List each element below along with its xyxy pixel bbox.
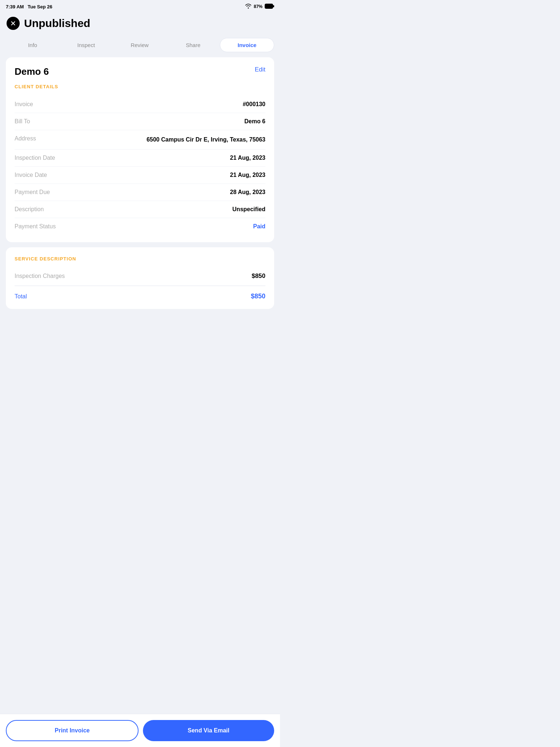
inspection-date-label: Inspection Date (15, 155, 66, 161)
invoice-number: #000130 (66, 101, 265, 108)
tab-invoice[interactable]: Invoice (220, 38, 274, 52)
tab-review[interactable]: Review (113, 38, 167, 52)
battery-icon (265, 4, 274, 10)
status-icons: 87% (245, 4, 274, 10)
page-title: Unpublished (24, 17, 90, 30)
client-name: Demo 6 (15, 66, 49, 77)
payment-due-value: 28 Aug, 2023 (66, 189, 265, 196)
inspection-charges-value: $850 (252, 272, 265, 280)
svg-rect-1 (273, 5, 274, 7)
bill-to-label: Bill To (15, 118, 66, 125)
service-description-card: SERVICE DESCRIPTION Inspection Charges $… (6, 247, 274, 309)
invoice-date-row: Invoice Date 21 Aug, 2023 (15, 167, 265, 184)
inspection-charges-row: Inspection Charges $850 (15, 268, 265, 284)
status-date: Tue Sep 26 (28, 4, 52, 9)
invoice-label: Invoice (15, 101, 66, 108)
header: Unpublished (0, 13, 280, 35)
svg-rect-0 (265, 4, 273, 8)
tab-info[interactable]: Info (6, 38, 59, 52)
wifi-icon (245, 4, 252, 10)
total-row: Total $850 (15, 287, 265, 302)
edit-button[interactable]: Edit (255, 66, 265, 73)
battery-percentage: 87% (254, 4, 262, 9)
card-header: Demo 6 Edit (15, 66, 265, 77)
payment-due-row: Payment Due 28 Aug, 2023 (15, 184, 265, 201)
tab-share[interactable]: Share (166, 38, 220, 52)
address-label: Address (15, 135, 66, 142)
status-bar: 7:39 AM Tue Sep 26 87% (0, 0, 280, 13)
payment-status-label: Payment Status (15, 223, 66, 230)
inspection-charges-label: Inspection Charges (15, 273, 65, 279)
bill-to-value: Demo 6 (66, 118, 265, 125)
inspection-date-row: Inspection Date 21 Aug, 2023 (15, 150, 265, 167)
invoice-date-value: 21 Aug, 2023 (66, 172, 265, 178)
total-value: $850 (251, 293, 265, 300)
address-row: Address 6500 Campus Cir Dr E, Irving, Te… (15, 130, 265, 150)
invoice-date-label: Invoice Date (15, 172, 66, 178)
service-description-label: SERVICE DESCRIPTION (15, 256, 265, 262)
payment-due-label: Payment Due (15, 189, 66, 196)
description-label: Description (15, 206, 66, 213)
client-details-label: CLIENT DETAILS (15, 84, 265, 89)
inspection-date-value: 21 Aug, 2023 (66, 155, 265, 161)
bill-to-row: Bill To Demo 6 (15, 113, 265, 130)
payment-status-value: Paid (66, 223, 265, 230)
divider (15, 286, 265, 286)
status-time: 7:39 AM (6, 4, 24, 9)
description-value: Unspecified (66, 206, 265, 213)
client-details-card: Demo 6 Edit CLIENT DETAILS Invoice #0001… (6, 57, 274, 242)
status-time-date: 7:39 AM Tue Sep 26 (6, 3, 52, 10)
tab-navigation: Info Inspect Review Share Invoice (0, 35, 280, 55)
tab-inspect[interactable]: Inspect (59, 38, 113, 52)
payment-status-row: Payment Status Paid (15, 218, 265, 235)
address-value: 6500 Campus Cir Dr E, Irving, Texas, 750… (66, 135, 265, 144)
description-row: Description Unspecified (15, 201, 265, 218)
invoice-number-row: Invoice #000130 (15, 96, 265, 113)
main-content: Demo 6 Edit CLIENT DETAILS Invoice #0001… (0, 57, 280, 347)
total-label: Total (15, 293, 27, 300)
close-button[interactable] (7, 17, 20, 30)
